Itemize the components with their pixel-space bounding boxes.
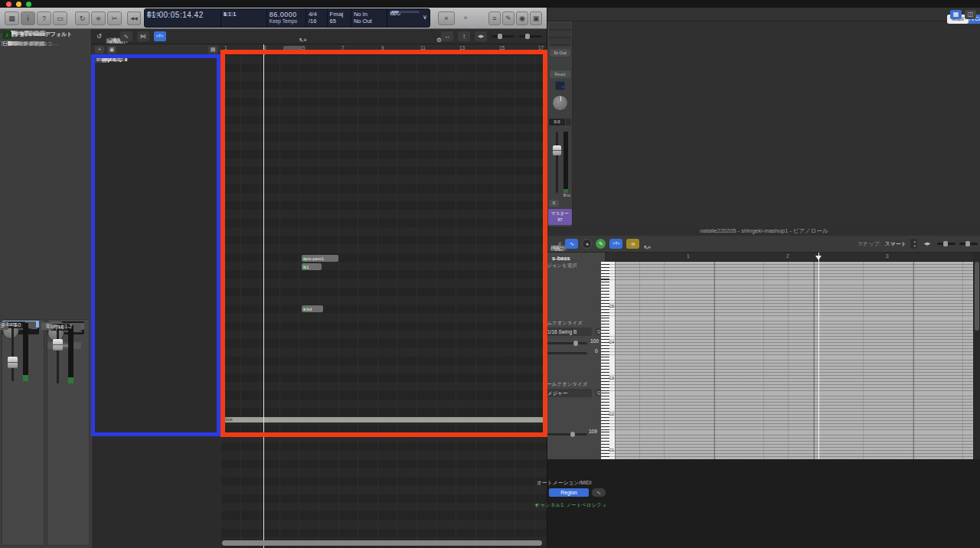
auto-zoom-icon[interactable]: ↕ [458,31,470,41]
channel-input-icon[interactable]: ♪→ [555,81,565,90]
playhead[interactable] [263,44,264,548]
automation-read-button[interactable]: Read [550,70,570,78]
cycle-range[interactable] [283,46,302,52]
smart-controls-icon[interactable]: ↻ [75,11,90,25]
add-track-button[interactable]: + [95,46,104,54]
editors-toggle-icon[interactable]: ✂ [107,11,122,25]
playhead-marker[interactable] [260,51,268,55]
channel-strip-name[interactable]: Output 1-2 [47,324,72,329]
automation-mode-label[interactable]: オートメーション/MIDI [537,479,592,487]
lcd-signature[interactable]: 4/4 /16 [306,9,328,27]
vertical-scrollbar[interactable] [973,253,980,459]
midi-in-icon[interactable]: >T< [154,31,166,41]
channel-strip-name[interactable]: s-bass [2,321,18,327]
quantize-strength-value[interactable]: 100 [590,338,599,344]
close-traffic-light[interactable] [6,2,11,7]
zoom-traffic-light[interactable] [26,2,31,7]
lcd-locators[interactable]: 0004 1 1 0001 0005 1 1 0001 [221,9,267,27]
quick-help-icon[interactable]: ? [37,11,51,25]
automation-icon[interactable]: ∿ [565,239,578,249]
flex-icon[interactable]: ⋈ [137,31,149,41]
plugin-slots[interactable] [549,23,571,46]
quantize-strength-slider[interactable] [547,342,587,344]
catch-playhead-icon[interactable]: ◀▶ [475,31,487,41]
mixer-channel-strip[interactable]: St Out Read ♪→ 0.0 Bnc M S [547,21,573,227]
piano-roll-window-title[interactable]: natalie220205 - shingeki-mashup1 - ピアノロー… [547,227,980,236]
vertical-zoom-slider[interactable] [492,35,514,38]
capture-icon[interactable]: ▣ [530,11,542,25]
vertical-zoom-slider[interactable] [937,243,956,245]
channel-name-label[interactable]: マスター 87 [548,209,572,225]
velocity-value[interactable]: 109 [589,429,597,434]
time-quantize-value[interactable]: 1/16 Swing B [547,328,592,336]
region-automation-button[interactable]: Region [549,488,589,497]
piano-roll-ruler[interactable]: 1234 [615,253,973,262]
mixer-view-split-icon[interactable]: ◫ [965,10,976,19]
ruler-bar-number: 1 [687,253,690,259]
volume-fader[interactable] [47,325,78,383]
ruler-bar-number: 9 [381,45,384,51]
window-titlebar[interactable] [0,0,980,8]
solo-button[interactable]: S [549,200,559,207]
lcd-mode-chevron[interactable]: ∨ [423,14,427,21]
midi-region[interactable]: fx1 [302,263,322,270]
lcd-tempo[interactable]: 86.0000 Keep Tempo [267,9,306,27]
library-toggle-icon[interactable]: ▦ [5,11,19,25]
quantize-range-value[interactable]: 0 [595,348,598,354]
track-header-options-icon[interactable]: ▤ [208,46,217,54]
ruler-bar-number: 3 [886,253,889,259]
brush-tool-icon[interactable]: ✎ [596,239,606,249]
output-button[interactable]: St Out [550,49,570,57]
pan-knob[interactable] [552,95,568,111]
undo-icon[interactable]: ↺ [96,33,102,40]
minimize-traffic-light[interactable] [16,2,21,7]
lcd-position[interactable]: 01:00:05:14.42 0003 1 1 0001 [145,9,221,27]
horizontal-zoom-slider[interactable] [519,35,542,38]
piano-keyboard[interactable] [601,262,615,459]
horizontal-zoom-slider[interactable] [959,243,978,245]
midi-in-icon[interactable]: >T< [609,239,622,249]
mixer-toggle-icon[interactable]: ≑ [91,11,106,25]
click-track-region[interactable]: click [222,417,544,422]
volume-value[interactable]: 0.0 [549,119,565,126]
track-icon[interactable]: ♪ [2,31,11,39]
inspector-toggle-icon[interactable]: i [21,11,35,25]
midi-region[interactable]: epic-perc1 [302,255,338,262]
drag-mode-icon[interactable]: ↔ [441,31,453,41]
catch-playhead-icon[interactable]: ◀▶ [921,239,933,249]
master-mute-icon[interactable]: × [438,11,455,25]
playhead-marker[interactable] [815,256,822,260]
list-editors-icon[interactable]: ≡ [488,11,501,25]
ruler-bar-number: 1 [224,45,227,51]
lcd-key-velocity[interactable]: Fmaj 65 [328,9,351,27]
snap-stepper-icon[interactable]: ▴▾ [910,239,917,249]
region-name: click [224,417,233,422]
volume-fader[interactable] [550,132,570,193]
link-icon[interactable]: ∞ [626,239,639,249]
bounce-label[interactable]: Bnc [564,193,570,197]
automation-curve-icon[interactable]: ∿ [592,488,606,497]
snap-value[interactable]: スマート [885,240,907,248]
horizontal-scrollbar[interactable] [222,540,542,546]
note-pads-icon[interactable]: ✎ [502,11,514,25]
velocity-slider[interactable] [547,433,587,435]
duplicate-track-button[interactable]: ▣ [107,46,116,54]
track-icon-row[interactable]: アイコン: ♪ [0,29,91,40]
midi-region[interactable]: s-bd [302,305,323,312]
toolbar-overflow-icon[interactable]: » [459,11,472,25]
edited-track-name: s-bass [552,255,570,262]
arrange-grid[interactable] [220,55,547,548]
region-name: s-bd [303,307,312,312]
bar-ruler[interactable]: 1357911131517 [220,44,547,55]
catch-icon[interactable]: ● [582,239,592,249]
toolbar-toggle-icon[interactable]: ▭ [53,11,67,25]
playhead[interactable] [818,253,819,459]
automation-icon[interactable]: ∿ [120,31,132,41]
mixer-view-single-icon[interactable]: ▦ [950,10,962,19]
fader-cap[interactable] [553,145,561,155]
scale-quantize-value[interactable]: メジャー [547,389,592,397]
note-grid[interactable] [615,262,973,459]
quantize-range-slider[interactable] [547,352,587,354]
volume-fader[interactable] [2,323,33,381]
collaboration-icon[interactable]: ◉ [516,11,528,25]
